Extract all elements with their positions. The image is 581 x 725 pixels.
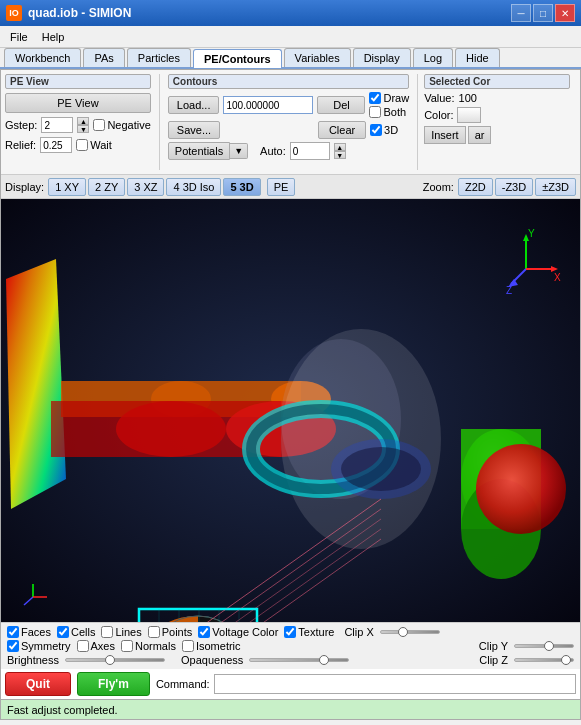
cells-checkbox[interactable] <box>57 626 69 638</box>
view-3xz[interactable]: 3 XZ <box>127 178 164 196</box>
clip-z-slider[interactable] <box>514 658 574 662</box>
tab-pas[interactable]: PAs <box>83 48 124 67</box>
auto-input[interactable] <box>290 142 330 160</box>
draw-checkbox[interactable] <box>369 92 381 104</box>
wait-checkbox-label: Wait <box>76 139 112 151</box>
potentials-arrow[interactable]: ▼ <box>230 143 248 159</box>
zoom-plusminus-z3d[interactable]: ±Z3D <box>535 178 576 196</box>
flym-button[interactable]: Fly'm <box>77 672 150 696</box>
command-input[interactable] <box>214 674 576 694</box>
close-button[interactable]: ✕ <box>555 4 575 22</box>
save-button[interactable]: Save... <box>168 121 220 139</box>
both-checkbox-label: Both <box>369 106 409 118</box>
gstep-up[interactable]: ▲ <box>77 117 89 125</box>
both-label: Both <box>383 106 406 118</box>
isometric-checkbox[interactable] <box>182 640 194 652</box>
tab-log[interactable]: Log <box>413 48 453 67</box>
tab-workbench[interactable]: Workbench <box>4 48 81 67</box>
load-button[interactable]: Load... <box>168 96 220 114</box>
lines-checkbox[interactable] <box>101 626 113 638</box>
normals-checkbox[interactable] <box>121 640 133 652</box>
threed-checkbox[interactable] <box>370 124 382 136</box>
clip-z-label: Clip Z <box>479 654 508 666</box>
view-2zy[interactable]: 2 ZY <box>88 178 125 196</box>
clear-button[interactable]: Clear <box>318 121 366 139</box>
symmetry-label: Symmetry <box>7 640 71 652</box>
app-icon: IO <box>6 5 22 21</box>
quit-button[interactable]: Quit <box>5 672 71 696</box>
controls-row2: Symmetry Axes Normals Isometric Clip Y <box>7 640 574 652</box>
tabs-bar: Workbench PAs Particles PE/Contours Vari… <box>0 48 581 69</box>
contours-section: Contours Load... Del Draw Both Sav <box>160 74 418 170</box>
contour-value-input[interactable] <box>223 96 313 114</box>
auto-up[interactable]: ▲ <box>334 143 346 151</box>
top-panel: PE View PE View Gstep: ▲ ▼ Negative Reli… <box>1 70 580 175</box>
pe-view-button[interactable]: PE View <box>5 93 151 113</box>
display-label: Display: <box>5 181 44 193</box>
potentials-button[interactable]: Potentials <box>168 142 230 160</box>
controls-row1: Faces Cells Lines Points Voltage Color T… <box>7 626 574 638</box>
faces-checkbox[interactable] <box>7 626 19 638</box>
title-bar: IO quad.iob - SIMION ─ □ ✕ <box>0 0 581 26</box>
points-checkbox[interactable] <box>148 626 160 638</box>
window-title: quad.iob - SIMION <box>28 6 131 20</box>
faces-label: Faces <box>7 626 51 638</box>
view-5-3d[interactable]: 5 3D <box>223 178 260 196</box>
clip-y-slider[interactable] <box>514 644 574 648</box>
del-button[interactable]: Del <box>317 96 365 114</box>
view-4-3d-iso[interactable]: 4 3D Iso <box>166 178 221 196</box>
tab-hide[interactable]: Hide <box>455 48 500 67</box>
clip-x-label: Clip X <box>344 626 373 638</box>
pe-button[interactable]: PE <box>267 178 296 196</box>
axes-checkbox[interactable] <box>77 640 89 652</box>
selected-contour-label: Selected Cor <box>424 74 570 89</box>
negative-checkbox[interactable] <box>93 119 105 131</box>
gstep-down[interactable]: ▼ <box>77 125 89 133</box>
opaqueness-slider[interactable] <box>249 658 349 662</box>
command-area: Command: <box>156 674 576 694</box>
viewport[interactable]: Y Z X <box>1 199 580 622</box>
texture-label: Texture <box>284 626 334 638</box>
both-checkbox[interactable] <box>369 106 381 118</box>
clip-x-slider[interactable] <box>380 630 440 634</box>
zoom-minus-z3d[interactable]: -Z3D <box>495 178 533 196</box>
axes-label: Axes <box>77 640 115 652</box>
negative-label: Negative <box>107 119 150 131</box>
tab-display[interactable]: Display <box>353 48 411 67</box>
command-label: Command: <box>156 678 210 690</box>
tab-particles[interactable]: Particles <box>127 48 191 67</box>
menu-file[interactable]: File <box>4 29 34 45</box>
wait-checkbox[interactable] <box>76 139 88 151</box>
svg-text:Z: Z <box>506 285 512 296</box>
relief-input[interactable] <box>40 137 72 153</box>
tab-pe-contours[interactable]: PE/Contours <box>193 49 282 68</box>
svg-text:Y: Y <box>528 228 535 239</box>
ar-button[interactable]: ar <box>468 126 492 144</box>
insert-button[interactable]: Insert <box>424 126 466 144</box>
brightness-slider[interactable] <box>65 658 165 662</box>
pe-view-label: PE View <box>5 74 151 89</box>
symmetry-checkbox[interactable] <box>7 640 19 652</box>
color-swatch[interactable] <box>457 107 481 123</box>
window-controls: ─ □ ✕ <box>511 4 575 22</box>
draw-options: Draw Both <box>369 92 409 118</box>
threed-label: 3D <box>384 124 398 136</box>
voltage-color-checkbox[interactable] <box>198 626 210 638</box>
tab-variables[interactable]: Variables <box>284 48 351 67</box>
gstep-spinner: ▲ ▼ <box>77 117 89 133</box>
menu-help[interactable]: Help <box>36 29 71 45</box>
minimize-button[interactable]: ─ <box>511 4 531 22</box>
brightness-label: Brightness <box>7 654 59 666</box>
view-1xy[interactable]: 1 XY <box>48 178 86 196</box>
auto-row: Auto: ▲ ▼ <box>260 142 346 160</box>
maximize-button[interactable]: □ <box>533 4 553 22</box>
contours-row1: Load... Del Draw Both <box>168 92 409 118</box>
zoom-z2d[interactable]: Z2D <box>458 178 493 196</box>
gstep-input[interactable] <box>41 117 73 133</box>
auto-down[interactable]: ▼ <box>334 151 346 159</box>
bottom-buttons: Quit Fly'm Command: <box>1 669 580 699</box>
title-bar-left: IO quad.iob - SIMION <box>6 5 131 21</box>
texture-checkbox[interactable] <box>284 626 296 638</box>
contours-label: Contours <box>168 74 409 89</box>
color-row: Color: <box>424 107 570 123</box>
